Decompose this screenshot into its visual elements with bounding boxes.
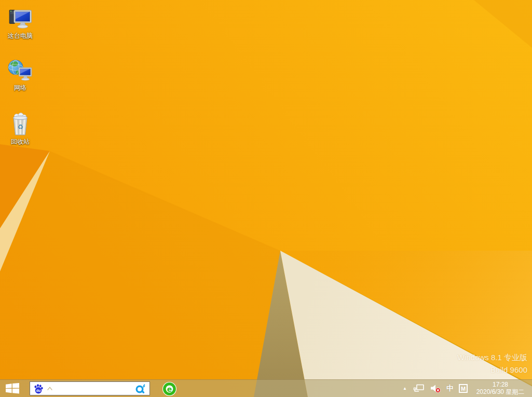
baidu-search-icon[interactable] xyxy=(135,383,146,394)
recycle-bin-icon: ♻ xyxy=(7,112,33,137)
green-e-browser-icon[interactable]: e xyxy=(162,381,177,396)
taskbar: du e ▲ xyxy=(0,379,532,397)
search-input[interactable] xyxy=(56,384,132,394)
clock-date: 2020/6/30 星期二 xyxy=(473,389,528,396)
start-button[interactable] xyxy=(0,380,25,397)
baidu-paw-icon[interactable]: du xyxy=(33,384,44,394)
windows-logo-icon xyxy=(6,383,19,394)
volume-muted-icon[interactable] xyxy=(430,380,441,397)
clock-time: 17:28 xyxy=(473,381,528,389)
watermark-build: Build 9600 xyxy=(457,364,527,376)
network-status-icon[interactable] xyxy=(413,380,425,397)
desktop-icon-network[interactable]: 网络 xyxy=(1,58,39,91)
svg-text:♻: ♻ xyxy=(17,123,23,131)
icon-label: 网络 xyxy=(14,85,26,91)
baidu-search-bar: du xyxy=(30,381,150,395)
taskbar-clock[interactable]: 17:28 2020/6/30 星期二 xyxy=(473,381,528,395)
windows-watermark: Windows 8.1 专业版 Build 9600 xyxy=(457,351,527,376)
icon-label: 回收站 xyxy=(11,139,30,145)
this-pc-icon xyxy=(7,6,33,31)
icon-label: 这台电脑 xyxy=(8,33,33,39)
ime-mode-indicator[interactable]: M xyxy=(459,384,468,393)
svg-text:e: e xyxy=(167,385,172,393)
system-tray: ▲ 中 M 17:28 2020/6/30 星期二 xyxy=(402,380,532,397)
show-hidden-icons-arrow[interactable]: ▲ xyxy=(402,386,408,391)
desktop-icon-this-pc[interactable]: 这台电脑 xyxy=(1,6,39,39)
ime-language-indicator[interactable]: 中 xyxy=(446,380,454,397)
windows-desktop: 这台电脑 网络 xyxy=(0,0,532,397)
network-icon xyxy=(7,58,33,83)
svg-text:du: du xyxy=(36,389,41,392)
collapse-chevron-up-icon[interactable] xyxy=(46,386,53,392)
watermark-edition: Windows 8.1 专业版 xyxy=(457,351,527,364)
desktop-icon-recycle-bin[interactable]: ♻ 回收站 xyxy=(1,112,39,145)
wallpaper-image xyxy=(0,0,532,397)
